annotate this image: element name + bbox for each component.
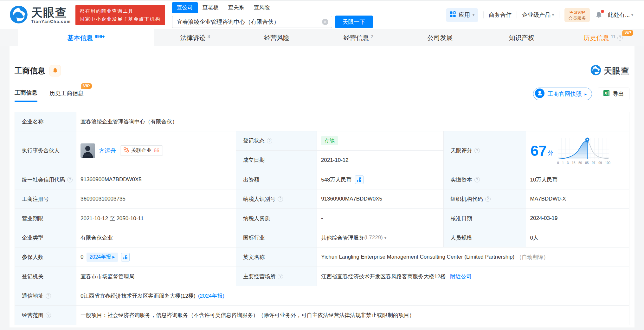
related-companies-button[interactable]: 关联企业 66 <box>120 145 163 156</box>
svip-label: SVIP <box>574 10 585 15</box>
auto-translate-note: （自动翻译） <box>516 254 549 261</box>
table-row: 企业名称 宜春浪绫企业管理咨询中心（有限合伙） <box>15 112 629 131</box>
tyc-score-cell: 天眼评分 ? <box>444 131 526 170</box>
taxpayer-quality-value: - <box>317 209 443 228</box>
business-scope-value: 一般项目：社会经济咨询服务，信息咨询服务（不含许可类信息咨询服务）（除许可业务外… <box>76 306 629 325</box>
apps-menu-button[interactable]: 应用 ▾ <box>446 8 478 22</box>
clear-search-icon[interactable]: ✕ <box>322 19 328 25</box>
score-unit: 分 <box>548 149 553 157</box>
export-button[interactable]: X 导出 <box>598 88 629 100</box>
tyc-score-label: 天眼评分 <box>451 147 472 154</box>
help-icon[interactable]: ? <box>278 196 283 202</box>
subtab-label: 历史工商信息 <box>49 90 84 96</box>
brand-name: 天眼查 <box>31 6 71 19</box>
capital-trend-button[interactable] <box>355 175 364 184</box>
english-name-label: 英文名称 <box>236 248 317 267</box>
credit-code-value: 91360900MA7BDDW0X5 <box>76 170 236 189</box>
tab-operating-risk[interactable]: 经营风险 <box>236 29 318 46</box>
search-tab-boss[interactable]: 查老板 <box>198 2 223 13</box>
partner-avatar[interactable] <box>80 143 95 158</box>
business-place-text: 江西省宜春经济技术开发区春风路客商服务大楼12楼 <box>321 273 446 280</box>
table-row: 统一社会信用代码 ? 91360900MA7BDDW0X5 出资额 548万人民… <box>15 170 629 189</box>
help-icon[interactable]: ? <box>474 177 480 182</box>
company-nav-tabbar: 基本信息 999+ 法律诉讼 3 经营风险 经营信息 2 公司发展 知识产权 V… <box>0 29 644 46</box>
tab-count: 3 <box>208 34 210 39</box>
industry-value: 其他综合管理服务 (L7229) ▾ <box>317 228 443 247</box>
business-info-table: 企业名称 宜春浪绫企业管理咨询中心（有限合伙） 执行事务合伙人 <box>15 112 629 325</box>
subtab-history-business-info[interactable]: VIP 历史工商信息 <box>49 89 84 101</box>
search-tab-company[interactable]: 查公司 <box>172 2 198 13</box>
table-row: 工商注册号 360900310003735 纳税人识别号 ? 91360900M… <box>15 189 629 209</box>
partner-name-link[interactable]: 方运舟 <box>99 147 116 155</box>
search-block: 查公司 查老板 查关系 查风险 ✕ 天眼一下 <box>172 2 373 28</box>
tab-company-development[interactable]: 公司发展 <box>399 29 481 46</box>
vip-badge: VIP <box>622 30 633 36</box>
mailing-address-text: 0江西省宜春经济技术开发区客商服务大楼(12楼) <box>80 292 196 300</box>
tab-legal-proceedings[interactable]: 法律诉讼 3 <box>154 29 236 46</box>
registration-status-cell: 登记状态 ? <box>236 131 317 150</box>
registration-number-label: 工商注册号 <box>15 189 76 208</box>
mailing-address-label: 通信地址 <box>22 292 43 300</box>
capital-value: 548万人民币 <box>317 170 443 189</box>
insured-trend-button[interactable] <box>121 253 130 261</box>
help-icon[interactable]: ? <box>67 177 73 182</box>
tab-operating-info[interactable]: 经营信息 2 <box>318 29 399 46</box>
export-label: 导出 <box>613 90 624 98</box>
tianyancha-logo[interactable]: 天眼查 TianYanCha.com <box>10 5 71 25</box>
score-distribution-chart[interactable]: 0131550859799100 <box>557 137 610 165</box>
apps-grid-icon <box>450 11 456 19</box>
business-info-card: 工商信息 天眼查 工商信息 VIP 历史工商信息 <box>10 46 634 327</box>
annual-report-badge[interactable]: 2024年报 ▸ <box>87 253 118 262</box>
english-name-text: Yichun Langling Enterprise Management Co… <box>321 254 514 260</box>
chevron-down-icon[interactable]: ▾ <box>384 235 387 240</box>
english-name-value: Yichun Langling Enterprise Management Co… <box>317 248 629 267</box>
search-tab-risk[interactable]: 查风险 <box>249 2 275 13</box>
help-icon[interactable]: ? <box>474 148 480 153</box>
help-icon[interactable]: ? <box>278 274 283 279</box>
crown-icon <box>569 10 573 15</box>
official-snapshot-button[interactable]: 工商官网快照 ▸ <box>533 88 592 100</box>
subtab-business-info[interactable]: 工商信息 <box>15 89 37 102</box>
notifications-bell-icon[interactable] <box>595 11 603 19</box>
vip-badge: VIP <box>81 83 92 89</box>
tab-label: 法律诉讼 <box>180 34 206 42</box>
account-name: 此处有... <box>608 11 630 19</box>
search-tab-relation[interactable]: 查关系 <box>223 2 249 13</box>
business-place-cell: 主要经营场所 ? <box>236 267 317 286</box>
help-icon[interactable]: ? <box>485 196 491 202</box>
divider <box>517 11 517 18</box>
table-row: 登记机关 宜春市市场监督管理局 主要经营场所 ? 江西省宜春经济技术开发区春风路… <box>15 267 629 286</box>
divider <box>559 11 559 18</box>
org-code-value: MA7BDDW0-X <box>526 189 629 208</box>
account-menu[interactable]: 此处有... ▾ <box>608 11 633 19</box>
enterprise-products-link[interactable]: 企业级产品 ▾ <box>522 11 554 19</box>
paid-capital-label: 实缴资本 <box>451 176 472 183</box>
help-icon[interactable]: ? <box>617 35 623 41</box>
help-icon[interactable]: ? <box>267 138 272 143</box>
org-chart-icon <box>124 147 129 154</box>
svip-member-button[interactable]: SVIP 会员服务 <box>564 8 590 23</box>
insured-count-value: 0 2024年报 ▸ <box>76 248 236 267</box>
bell-icon <box>52 68 58 74</box>
nearby-companies-link[interactable]: 附近公司 <box>450 273 472 280</box>
search-submit-button[interactable]: 天眼一下 <box>335 16 373 28</box>
business-cooperation-link[interactable]: 商务合作 <box>489 11 512 19</box>
search-input[interactable] <box>172 16 332 28</box>
table-row: 企业类型 有限合伙企业 国标行业 其他综合管理服务 (L7229) ▾ 人员规模… <box>15 228 629 248</box>
help-icon[interactable]: ? <box>46 293 51 299</box>
search-tabs: 查公司 查老板 查关系 查风险 <box>172 2 332 13</box>
chevron-down-icon: ▾ <box>473 13 474 17</box>
table-row: 通信地址 ? 0江西省宜春经济技术开发区客商服务大楼(12楼) (2024年报) <box>15 286 629 306</box>
tianyancha-logo-icon <box>590 65 601 77</box>
subscribe-bell-button[interactable] <box>49 65 61 76</box>
company-name-value: 宜春浪绫企业管理咨询中心（有限合伙） <box>76 112 629 131</box>
annual-report-link[interactable]: (2024年报) <box>198 292 224 300</box>
help-icon[interactable]: ? <box>46 313 51 318</box>
tab-basic-info[interactable]: 基本信息 999+ <box>18 29 154 46</box>
tab-history-info[interactable]: VIP 历史信息 11 ? <box>563 29 644 46</box>
mailing-address-value: 0江西省宜春经济技术开发区客商服务大楼(12楼) (2024年报) <box>76 286 629 305</box>
tab-intellectual-property[interactable]: 知识产权 <box>481 29 563 46</box>
credit-code-label: 统一社会信用代码 <box>22 176 65 183</box>
approval-date-label: 核准日期 <box>444 209 526 228</box>
tab-count: 11 <box>611 34 615 39</box>
